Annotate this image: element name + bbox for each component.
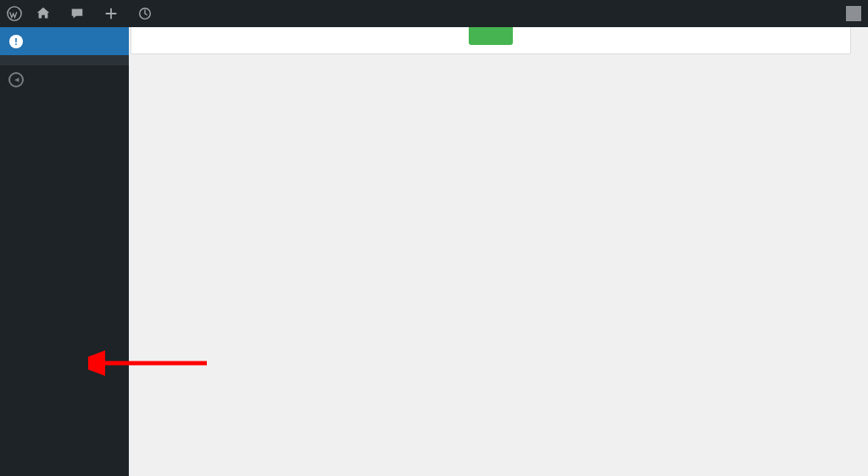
sidebar-item-notifications[interactable]: !	[0, 27, 129, 55]
plus-icon	[103, 6, 119, 21]
home-icon	[36, 6, 51, 21]
wp-logo[interactable]	[0, 0, 29, 27]
sidebar-submenu	[0, 55, 129, 65]
top-banner	[131, 27, 851, 54]
page-content	[129, 27, 868, 476]
collapse-menu[interactable]	[0, 65, 129, 94]
collapse-icon	[8, 72, 24, 87]
cache-link[interactable]	[131, 0, 164, 27]
admin-toolbar	[0, 0, 868, 27]
svg-point-0	[8, 7, 21, 20]
svg-text:!: !	[14, 35, 18, 46]
comments-link[interactable]	[63, 0, 97, 27]
new-content-link[interactable]	[97, 0, 131, 27]
admin-sidebar: !	[0, 27, 129, 476]
comment-icon	[70, 6, 85, 21]
avatar	[846, 6, 861, 21]
cache-icon	[137, 6, 153, 21]
account-link[interactable]	[834, 0, 868, 27]
bell-icon: !	[8, 34, 24, 49]
banner-button[interactable]	[469, 27, 513, 45]
site-link[interactable]	[29, 0, 63, 27]
